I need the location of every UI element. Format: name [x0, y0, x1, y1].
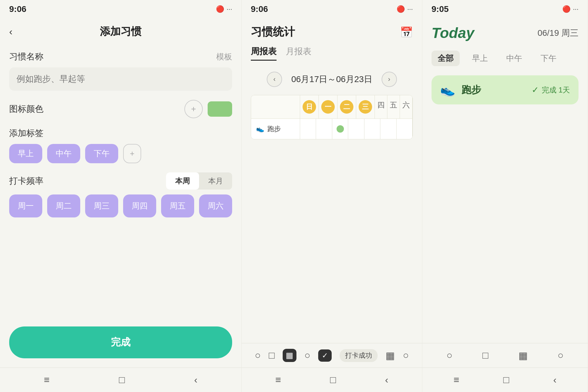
- habit-status-text: 完成 1天: [542, 85, 570, 95]
- weekday-wed[interactable]: 周三: [85, 194, 118, 217]
- freq-month-btn[interactable]: 本月: [199, 172, 232, 190]
- week-navigation: ‹ 06月17日～06月23日 ›: [242, 67, 422, 92]
- check-tue: [332, 119, 348, 139]
- thu-label: 四: [377, 100, 385, 110]
- color-add-button[interactable]: +: [184, 100, 203, 118]
- status-bar-1: 9:06 🔴 ···: [0, 0, 241, 18]
- nav2-profile-icon[interactable]: ○: [304, 350, 310, 361]
- bottom-nav-2: ○ □ ▦ ○ ✓ 打卡成功 ▦ ○: [242, 343, 422, 368]
- panel-add-habit: 9:06 🔴 ··· ‹ 添加习惯 习惯名称 模板 图标颜色 + 添加标签 早上…: [0, 0, 242, 392]
- tag-afternoon[interactable]: 下午: [85, 144, 118, 163]
- sat-label: 六: [402, 100, 410, 110]
- filter-tabs: 全部 早上 中午 下午: [422, 47, 588, 72]
- sys-back-2[interactable]: ‹: [385, 374, 388, 386]
- nav2-checkin-active[interactable]: ✓: [318, 349, 332, 362]
- nav3-profile-icon[interactable]: ○: [558, 350, 564, 361]
- sys-menu-2[interactable]: ≡: [275, 374, 281, 386]
- template-link[interactable]: 模板: [216, 51, 232, 62]
- filter-noon[interactable]: 中午: [500, 51, 528, 66]
- color-options: +: [184, 100, 232, 118]
- weekday-tue[interactable]: 周二: [47, 194, 80, 217]
- panel-today: 9:05 🔴 ··· Today 06/19 周三 全部 早上 中午 下午 👟 …: [422, 0, 588, 392]
- sys-back-3[interactable]: ‹: [553, 374, 556, 386]
- status-icons-3: 🔴 ···: [562, 5, 579, 13]
- weekday-thu[interactable]: 周四: [123, 194, 156, 217]
- prev-week-button[interactable]: ‹: [267, 72, 282, 87]
- check-mon: [316, 119, 332, 139]
- panel3-header: Today 06/19 周三: [422, 18, 588, 47]
- more-icon: ···: [227, 5, 232, 13]
- today-title: Today: [432, 24, 474, 41]
- color-green-swatch[interactable]: [208, 101, 232, 117]
- habit-icon: 👟: [256, 125, 264, 133]
- habit-name-row: 习惯名称 模板: [9, 51, 232, 62]
- panel1-header: ‹ 添加习惯: [0, 18, 241, 45]
- status-icons-1: 🔴 ···: [216, 5, 232, 13]
- nav2-stats-icon[interactable]: ▦: [283, 349, 296, 362]
- done-button[interactable]: 完成: [9, 326, 232, 358]
- system-nav-2: ≡ □ ‹: [242, 368, 422, 392]
- freq-week-btn[interactable]: 本周: [166, 172, 199, 190]
- panel2-title: 习惯统计: [251, 24, 295, 40]
- sys-menu-3[interactable]: ≡: [454, 374, 459, 386]
- habit-card-running[interactable]: 👟 跑步 ✓ 完成 1天: [432, 75, 579, 104]
- nav-menu-icon[interactable]: ≡: [44, 374, 50, 386]
- table-header: 日 一 二 三 四 五 六: [251, 95, 413, 119]
- mon-circle: 一: [321, 100, 335, 114]
- tab-month[interactable]: 月报表: [286, 46, 311, 61]
- nav3-stats-icon[interactable]: ▦: [518, 350, 528, 361]
- color-section: 图标颜色 +: [9, 100, 232, 118]
- col-sat: 六: [400, 95, 413, 119]
- habit-card-status: ✓ 完成 1天: [532, 85, 570, 95]
- nav3-today-icon[interactable]: ○: [447, 350, 452, 361]
- tag-add-button[interactable]: +: [123, 144, 141, 163]
- week-range: 06月17日～06月23日: [291, 74, 372, 85]
- nav-back-icon[interactable]: ‹: [194, 374, 198, 386]
- nav2-end-icon[interactable]: ○: [403, 350, 409, 361]
- filter-all[interactable]: 全部: [432, 51, 460, 66]
- nav-home-icon[interactable]: □: [119, 374, 125, 386]
- calendar-icon[interactable]: 📅: [400, 26, 413, 38]
- more-icon-2: ···: [407, 5, 413, 13]
- habit-table: 日 一 二 三 四 五 六 👟 跑步: [251, 95, 413, 139]
- nav2-bar-icon[interactable]: ▦: [386, 350, 395, 361]
- next-week-button[interactable]: ›: [382, 72, 397, 87]
- filter-morning[interactable]: 早上: [466, 51, 494, 66]
- col-thu: 四: [375, 95, 387, 119]
- status-time-1: 9:06: [9, 4, 26, 14]
- habit-name-input[interactable]: [9, 67, 232, 91]
- col-habit-label: [251, 95, 300, 119]
- habit-card-icon: 👟: [440, 83, 455, 97]
- nav2-habit-icon[interactable]: □: [269, 350, 274, 361]
- weekday-fri[interactable]: 周五: [161, 194, 194, 217]
- bottom-nav-3: ○ □ ▦ ○: [422, 343, 588, 368]
- checkin-label[interactable]: 打卡成功: [340, 349, 378, 362]
- tag-label: 添加标签: [9, 127, 232, 139]
- tab-week[interactable]: 周报表: [251, 46, 277, 61]
- nav2-today-icon[interactable]: ○: [255, 350, 261, 361]
- wed-circle: 三: [359, 100, 372, 114]
- panel2-header: 习惯统计 📅: [242, 18, 422, 46]
- nav3-habit-icon[interactable]: □: [482, 350, 488, 361]
- habit-name-text: 跑步: [267, 124, 281, 134]
- habit-card-name: 跑步: [462, 83, 526, 97]
- bottom-nav-1: ≡ □ ‹: [0, 368, 241, 392]
- col-sun: 日: [300, 95, 319, 119]
- weekday-mon[interactable]: 周一: [9, 194, 42, 217]
- today-date: 06/19 周三: [537, 27, 579, 39]
- weekday-sat[interactable]: 周六: [199, 194, 232, 217]
- filter-afternoon[interactable]: 下午: [534, 51, 563, 66]
- sun-circle: 日: [303, 100, 316, 114]
- col-mon: 一: [319, 95, 337, 119]
- check-sat: [397, 119, 413, 139]
- sys-home-3[interactable]: □: [503, 374, 509, 386]
- weekdays-row: 周一 周二 周三 周四 周五 周六: [9, 194, 232, 217]
- back-button[interactable]: ‹: [9, 26, 13, 37]
- table-row-running: 👟 跑步: [251, 119, 413, 139]
- sys-home-2[interactable]: □: [330, 374, 336, 386]
- status-time-2: 9:06: [251, 4, 268, 14]
- check-dot-tue: [337, 125, 344, 133]
- tag-noon[interactable]: 中午: [47, 144, 80, 163]
- icon-color-label: 图标颜色: [9, 103, 43, 115]
- tag-morning[interactable]: 早上: [9, 144, 42, 163]
